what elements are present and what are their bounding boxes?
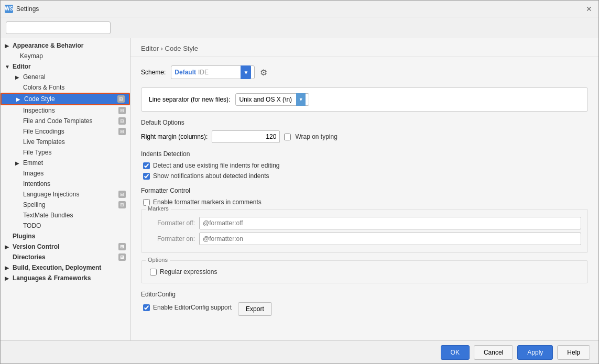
regular-expressions-label: Regular expressions xyxy=(160,268,217,275)
app-icon: WS xyxy=(5,5,13,13)
settings-window: WS Settings ✕ ▶ Appearance & Behavior Ke… xyxy=(0,0,599,364)
scheme-dropdown-arrow[interactable]: ▼ xyxy=(241,65,251,79)
sidebar-item-keymap[interactable]: Keymap xyxy=(1,51,130,61)
sidebar-item-colors-fonts[interactable]: Colors & Fonts xyxy=(1,82,130,93)
sidebar-item-language-injections[interactable]: Language Injections ⊞ xyxy=(1,189,130,200)
arrow-icon: ▶ xyxy=(15,160,21,166)
arrow-icon: ▶ xyxy=(5,275,11,281)
options-content: Regular expressions xyxy=(148,268,581,275)
sidebar-item-live-templates[interactable]: Live Templates xyxy=(1,137,130,147)
sidebar-item-code-style[interactable]: ▶ Code Style ⊞ xyxy=(1,93,130,105)
sidebar-item-build-exec[interactable]: ▶ Build, Execution, Deployment xyxy=(1,262,130,273)
sidebar-item-images[interactable]: Images xyxy=(1,168,130,179)
formatter-off-row: Formatter off: xyxy=(148,217,581,229)
sidebar-item-version-control[interactable]: ▶ Version Control ⊞ xyxy=(1,241,130,252)
arrow-icon: ▶ xyxy=(15,74,21,80)
sidebar-item-label: Live Templates xyxy=(23,138,65,146)
separator-dropdown-arrow[interactable]: ▼ xyxy=(296,93,306,106)
sidebar-item-file-encodings[interactable]: File Encodings ⊞ xyxy=(1,126,130,137)
sidebar-item-label: File and Code Templates xyxy=(23,117,93,125)
badge-icon: ⊞ xyxy=(118,117,126,125)
indents-detection-title: Indents Detection xyxy=(141,150,588,158)
close-button[interactable]: ✕ xyxy=(584,4,594,14)
options-title: Options xyxy=(146,257,170,263)
scheme-dropdown[interactable]: Default IDE ▼ xyxy=(171,65,255,79)
ok-button[interactable]: OK xyxy=(441,345,470,360)
wrap-on-typing-checkbox[interactable] xyxy=(284,134,291,140)
formatter-control-title: Formatter Control xyxy=(141,187,588,194)
sidebar-item-label: Version Control xyxy=(13,243,59,250)
help-button[interactable]: Help xyxy=(557,345,590,360)
arrow-icon: ▶ xyxy=(5,43,11,49)
sidebar-item-label: Directories xyxy=(13,253,46,261)
options-section: Options Regular expressions xyxy=(141,260,588,283)
arrow-icon: ▶ xyxy=(5,244,11,250)
sidebar-item-label: Keymap xyxy=(20,52,43,60)
regular-expressions-row: Regular expressions xyxy=(148,268,581,275)
badge-icon: ⊞ xyxy=(118,201,126,208)
enable-editorconfig-checkbox[interactable] xyxy=(143,304,150,311)
wrap-on-typing-label: Wrap on typing xyxy=(295,133,337,140)
markers-content: Formatter off: Formatter on: xyxy=(148,217,581,245)
search-bar xyxy=(1,17,598,38)
right-margin-row: Right margin (columns): Wrap on typing xyxy=(141,130,588,143)
default-options-group: Default Options Right margin (columns): … xyxy=(141,119,588,143)
sidebar-item-spelling[interactable]: Spelling ⊞ xyxy=(1,200,130,210)
sidebar-item-inspections[interactable]: Inspections ⊞ xyxy=(1,105,130,116)
gear-icon[interactable]: ⚙ xyxy=(260,68,267,78)
enable-formatter-checkbox[interactable] xyxy=(143,199,150,206)
scheme-row: Scheme: Default IDE ▼ ⚙ xyxy=(141,65,588,79)
separator-dropdown[interactable]: Unix and OS X (\n) ▼ xyxy=(235,93,309,106)
sidebar-item-plugins[interactable]: Plugins xyxy=(1,231,130,241)
sidebar-item-intentions[interactable]: Intentions xyxy=(1,179,130,189)
show-notifications-checkbox[interactable] xyxy=(143,173,150,180)
sidebar-item-label: Colors & Fonts xyxy=(23,84,64,91)
sidebar-item-label: Language Injections xyxy=(23,191,79,198)
sidebar-item-file-code-templates[interactable]: File and Code Templates ⊞ xyxy=(1,116,130,126)
detect-indents-checkbox[interactable] xyxy=(143,162,150,169)
show-notifications-label: Show notifications about detected indent… xyxy=(153,172,269,180)
export-button[interactable]: Export xyxy=(238,302,272,316)
search-input[interactable] xyxy=(6,21,111,34)
detect-indents-row: Detect and use existing file indents for… xyxy=(141,162,588,169)
enable-formatter-row: Enable formatter markers in comments xyxy=(141,198,588,206)
enable-editorconfig-label: Enable EditorConfig support xyxy=(153,304,232,311)
sidebar-item-label: File Types xyxy=(23,149,51,156)
window-body: ▶ Appearance & Behavior Keymap ▼ Editor … xyxy=(1,17,598,340)
arrow-icon: ▶ xyxy=(16,96,23,102)
detect-indents-label: Detect and use existing file indents for… xyxy=(153,162,279,169)
sidebar-item-file-types[interactable]: File Types xyxy=(1,147,130,158)
scheme-name: Default xyxy=(175,69,196,76)
sidebar-item-label: Spelling xyxy=(23,201,46,208)
badge-icon: ⊞ xyxy=(118,243,126,250)
formatter-on-input[interactable] xyxy=(199,233,581,245)
editorconfig-title: EditorConfig xyxy=(141,291,588,298)
sidebar-item-label: Code Style xyxy=(24,95,55,103)
sidebar: ▶ Appearance & Behavior Keymap ▼ Editor … xyxy=(1,38,130,340)
scheme-suffix: IDE xyxy=(198,69,209,76)
main-content: ▶ Appearance & Behavior Keymap ▼ Editor … xyxy=(1,38,598,340)
sidebar-item-languages-frameworks[interactable]: ▶ Languages & Frameworks xyxy=(1,273,130,283)
sidebar-item-label: TextMate Bundles xyxy=(23,212,73,219)
sidebar-item-general[interactable]: ▶ General xyxy=(1,72,130,82)
section-body: Scheme: Default IDE ▼ ⚙ Line separator (… xyxy=(130,57,598,324)
sidebar-item-editor[interactable]: ▼ Editor xyxy=(1,61,130,72)
cancel-button[interactable]: Cancel xyxy=(474,345,513,360)
enable-editorconfig-row: Enable EditorConfig support xyxy=(141,304,232,311)
enable-formatter-label: Enable formatter markers in comments xyxy=(153,198,262,206)
sidebar-item-todo[interactable]: TODO xyxy=(1,220,130,231)
right-margin-input[interactable] xyxy=(212,130,280,143)
indents-detection-group: Indents Detection Detect and use existin… xyxy=(141,150,588,180)
sidebar-item-label: TODO xyxy=(23,222,41,229)
sidebar-item-label: Editor xyxy=(13,63,31,70)
sidebar-item-directories[interactable]: Directories ⊞ xyxy=(1,252,130,262)
editorconfig-section: EditorConfig Enable EditorConfig support… xyxy=(141,291,588,316)
apply-button[interactable]: Apply xyxy=(517,345,553,360)
formatter-off-input[interactable] xyxy=(199,217,581,229)
sidebar-item-emmet[interactable]: ▶ Emmet xyxy=(1,158,130,168)
markers-section: Markers Formatter off: Formatter on: xyxy=(141,209,588,253)
sidebar-item-appearance[interactable]: ▶ Appearance & Behavior xyxy=(1,40,130,51)
regular-expressions-checkbox[interactable] xyxy=(150,269,157,275)
sidebar-item-textmate-bundles[interactable]: TextMate Bundles xyxy=(1,210,130,220)
separator-box: Line separator (for new files): Unix and… xyxy=(141,87,588,112)
